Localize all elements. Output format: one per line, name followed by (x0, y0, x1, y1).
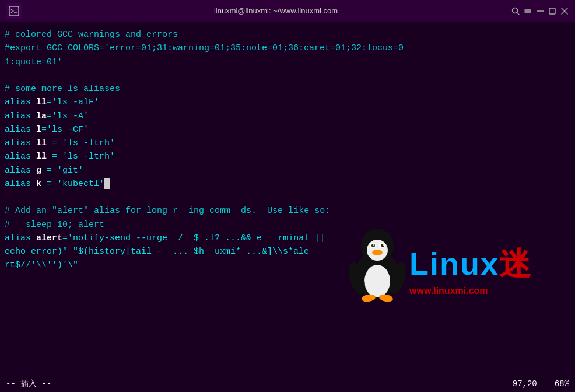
line-alias2: alias la='ls -A' (5, 110, 570, 123)
maximize-button[interactable] (547, 2, 557, 20)
cursor (104, 178, 110, 189)
svg-point-23 (378, 293, 394, 302)
line-alias4: alias ll = 'ls -ltrh' (5, 136, 570, 150)
status-right: 97,20 68% (513, 379, 569, 388)
svg-rect-0 (9, 6, 19, 16)
terminal-icon (6, 3, 22, 19)
scroll-percent: 68% (555, 379, 569, 388)
window-title: linuxmi@linuxmi: ~/www.linuxmi.com (41, 6, 511, 15)
menu-button[interactable] (523, 2, 533, 20)
line-rt: rt$//'\\'')'\" (5, 258, 570, 272)
line-echo: echo error)" "$(history|tail - ... $h ux… (5, 245, 570, 258)
line-alias5: alias ll = 'ls -ltrh' (5, 150, 570, 163)
statusbar: -- 插入 -- 97,20 68% (0, 374, 575, 392)
vim-mode: -- 插入 -- (6, 379, 51, 389)
titlebar-buttons (511, 2, 569, 20)
line-export2: 1:quote=01' (5, 55, 570, 69)
minimize-button[interactable] (535, 2, 545, 20)
line-comment2: # some more ls aliases (5, 82, 570, 96)
svg-line-3 (517, 12, 520, 15)
line-comment1: # colored GCC warnings and errors (5, 28, 570, 41)
titlebar: linuxmi@linuxmi: ~/www.linuxmi.com (0, 0, 575, 22)
line-comment3: # Add an "alert" alias for long r ing co… (5, 204, 570, 218)
line-alias3: alias l='ls -CF' (5, 123, 570, 136)
cursor-position: 97,20 (513, 379, 537, 388)
svg-point-22 (361, 293, 376, 302)
titlebar-left (6, 3, 41, 19)
line-alias6: alias g = 'git' (5, 164, 570, 177)
close-button[interactable] (559, 2, 569, 20)
line-export1: #export GCC_COLORS='error=01;31:warning=… (5, 41, 570, 55)
svg-rect-8 (549, 8, 555, 14)
line-blank1 (5, 69, 570, 82)
search-button[interactable] (511, 2, 521, 20)
line-comment4: # sleep 10; alert (5, 218, 570, 232)
line-blank2 (5, 191, 570, 204)
line-alias7: alias k = 'kubectl' (5, 177, 570, 191)
url-label: www.linuxmi.com (409, 286, 488, 296)
terminal-content[interactable]: # colored GCC warnings and errors #expor… (0, 22, 575, 374)
line-alias-alert: alias alert='notify-send --urge / $_.l? … (5, 232, 570, 245)
line-alias1: alias ll='ls -alF' (5, 96, 570, 109)
